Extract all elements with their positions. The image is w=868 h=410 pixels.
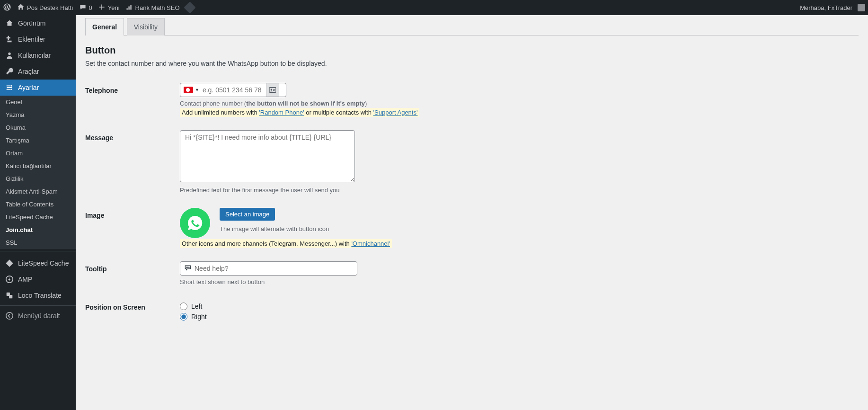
row-image: Image Select an image The image will alt… — [85, 201, 859, 254]
tooltip-desc: Short text shown next to button — [180, 278, 558, 285]
section-desc: Set the contact number and where you wan… — [85, 60, 859, 67]
telephone-addon-note: Add unlimited numbers with 'Random Phone… — [180, 109, 558, 116]
form-table: Telephone ▼ Contact phone number (the bu… — [85, 76, 859, 330]
sidebar-item-ayarlar[interactable]: Ayarlar — [0, 80, 76, 96]
new-content-link[interactable]: Yeni — [98, 3, 120, 12]
submenu-ssl[interactable]: SSL — [0, 236, 76, 249]
sidebar-item-araclar[interactable]: Araçlar — [0, 63, 76, 80]
svg-rect-1 — [8, 87, 12, 88]
sidebar-item-loco[interactable]: Loco Translate — [0, 287, 76, 303]
tooltip-input[interactable] — [195, 265, 353, 272]
wp-logo-link[interactable] — [3, 3, 11, 13]
telephone-input[interactable] — [203, 83, 266, 97]
sidebar-item-lscache[interactable]: LiteSpeed Cache — [0, 255, 76, 271]
support-agents-link[interactable]: 'Support Agents' — [373, 109, 418, 116]
svg-point-16 — [187, 267, 188, 267]
svg-rect-9 — [9, 295, 12, 298]
svg-point-10 — [6, 312, 13, 319]
contact-card-icon[interactable] — [266, 83, 279, 97]
comment-icon — [79, 3, 87, 12]
sidebar-item-kullanicilar[interactable]: Kullanıcılar — [0, 47, 76, 63]
random-phone-link[interactable]: 'Random Phone' — [259, 109, 304, 116]
users-icon — [5, 51, 14, 60]
settings-icon — [5, 83, 14, 92]
omnichannel-link[interactable]: 'Omnichannel' — [351, 240, 390, 247]
svg-rect-0 — [7, 86, 11, 87]
collapse-icon — [5, 311, 14, 321]
image-label: Image — [85, 208, 180, 247]
submenu-yazma[interactable]: Yazma — [0, 108, 76, 121]
position-right-radio[interactable] — [180, 313, 187, 321]
svg-point-4 — [7, 87, 8, 89]
message-label: Message — [85, 130, 180, 194]
section-title: Button — [85, 45, 859, 56]
plus-icon — [98, 3, 106, 12]
adminbar-extra-icon[interactable] — [186, 3, 194, 12]
svg-rect-11 — [269, 88, 276, 93]
user-greeting-link[interactable]: Merhaba, FxTrader — [800, 4, 865, 11]
submenu-genel[interactable]: Genel — [0, 96, 76, 108]
submenu-kalici[interactable]: Kalıcı bağlantılar — [0, 160, 76, 172]
sidebar-item-eklentiler[interactable]: Eklentiler — [0, 31, 76, 47]
tab-visibility[interactable]: Visibility — [127, 18, 165, 36]
telephone-desc: Contact phone number (the button will no… — [180, 100, 558, 107]
position-right-option[interactable]: Right — [180, 313, 558, 321]
sidebar-item-label: Loco Translate — [18, 292, 62, 299]
rankmath-link[interactable]: Rank Math SEO — [125, 3, 180, 12]
litespeed-icon — [5, 258, 14, 268]
comments-count: 0 — [89, 4, 92, 11]
translate-icon — [5, 291, 14, 300]
submenu-toc[interactable]: Table of Contents — [0, 198, 76, 211]
tooltip-input-wrap — [180, 261, 357, 276]
tabs: General Visibility — [85, 18, 859, 36]
admin-sidebar: Görünüm Eklentiler Kullanıcılar Araçlar … — [0, 15, 76, 410]
new-label: Yeni — [108, 4, 120, 11]
svg-point-12 — [271, 89, 272, 90]
tab-general[interactable]: General — [85, 18, 124, 36]
chart-bar-icon — [125, 3, 133, 12]
svg-point-17 — [189, 267, 189, 267]
avatar-icon — [858, 4, 865, 11]
svg-point-5 — [11, 89, 12, 90]
speech-bubble-icon — [184, 264, 192, 273]
position-label: Position on Screen — [85, 300, 180, 323]
sidebar-item-label: Araçlar — [18, 68, 39, 75]
svg-point-15 — [186, 267, 187, 267]
submenu-akismet[interactable]: Akismet Anti-Spam — [0, 185, 76, 198]
admin-bar-left: Pos Destek Hattı 0 Yeni Rank Math SEO — [3, 3, 194, 13]
sidebar-item-gorunum[interactable]: Görünüm — [0, 15, 76, 31]
admin-bar-right: Merhaba, FxTrader — [800, 4, 865, 11]
tooltip-label: Tooltip — [85, 261, 180, 285]
message-textarea[interactable] — [180, 130, 355, 182]
submenu-okuma[interactable]: Okuma — [0, 121, 76, 134]
sidebar-item-label: Kullanıcılar — [18, 52, 51, 59]
sidebar-item-label: AMP — [18, 276, 32, 283]
submenu-gizlilik[interactable]: Gizlilik — [0, 172, 76, 185]
sidebar-item-amp[interactable]: AMP — [0, 271, 76, 287]
svg-rect-6 — [6, 259, 13, 267]
select-image-button[interactable]: Select an image — [220, 208, 275, 221]
sidebar-item-label: LiteSpeed Cache — [18, 259, 69, 267]
admin-bar: Pos Destek Hattı 0 Yeni Rank Math SEO Me… — [0, 0, 868, 15]
whatsapp-icon — [180, 208, 210, 238]
amp-icon — [5, 275, 14, 284]
flag-tr-icon — [184, 87, 193, 93]
sidebar-collapse[interactable]: Menüyü daralt — [0, 308, 76, 324]
svg-rect-13 — [273, 89, 275, 89]
position-left-option[interactable]: Left — [180, 303, 558, 310]
svg-rect-2 — [7, 89, 11, 90]
country-selector[interactable]: ▼ — [180, 83, 203, 97]
appearance-icon — [5, 18, 14, 28]
row-telephone: Telephone ▼ Contact phone number (the bu… — [85, 76, 859, 123]
image-addon-note: Other icons and more channels (Telegram,… — [180, 240, 558, 247]
site-name-link[interactable]: Pos Destek Hattı — [17, 3, 73, 12]
telephone-input-group: ▼ — [180, 83, 286, 97]
submenu-joinchat[interactable]: Join.chat — [0, 223, 76, 236]
comments-link[interactable]: 0 — [79, 3, 92, 12]
submenu-tartisma[interactable]: Tartışma — [0, 134, 76, 147]
position-left-radio[interactable] — [180, 303, 187, 310]
message-desc: Predefined text for the first message th… — [180, 187, 558, 194]
submenu-ortam[interactable]: Ortam — [0, 147, 76, 160]
submenu-lscache[interactable]: LiteSpeed Cache — [0, 211, 76, 223]
chevron-down-icon: ▼ — [195, 88, 199, 92]
